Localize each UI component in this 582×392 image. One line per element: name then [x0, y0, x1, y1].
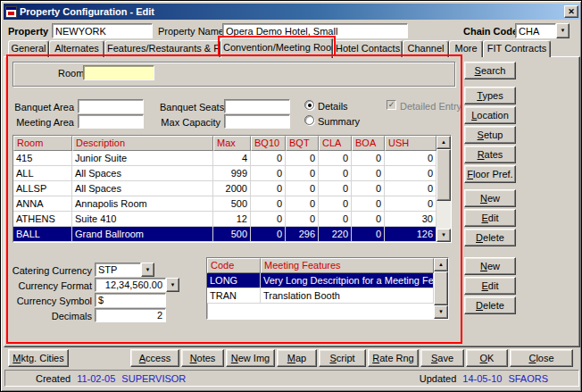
created-label: Created	[36, 373, 71, 384]
chevron-down-icon: ▼	[561, 28, 566, 33]
updated-by: SFAORS	[508, 373, 548, 384]
window-title: Property Configuration - Edit	[20, 6, 561, 17]
property-name-label: Property Name	[158, 26, 224, 38]
created-info: Created 11-02-05 SUPERVISOR	[36, 373, 186, 384]
tab-more[interactable]: More	[449, 40, 483, 57]
status-bar: Created 11-02-05 SUPERVISOR Updated 14-0…	[4, 370, 579, 387]
updated-label: Updated	[420, 373, 457, 384]
script-button[interactable]: Script	[319, 349, 366, 367]
tab-convention-meeting-rooms[interactable]: Convention/Meeting Rooms	[220, 38, 333, 58]
tab-content-panel	[4, 56, 580, 347]
save-button[interactable]: Save	[420, 349, 464, 367]
new-img-button[interactable]: New Img	[226, 349, 275, 367]
property-input[interactable]	[52, 23, 153, 38]
notes-button[interactable]: Notes	[181, 349, 224, 367]
created-date: 11-02-05	[77, 373, 115, 384]
chain-code-label: Chain Code	[463, 26, 518, 38]
tab-alternates[interactable]: Alternates	[49, 40, 104, 57]
mktg-cities-button[interactable]: Mktg. Cities	[8, 349, 69, 367]
tab-features-restaurants-pos[interactable]: Features/Restaurants & POS	[104, 40, 220, 57]
chain-code-dropdown-button[interactable]: ▼	[556, 23, 570, 38]
created-by: SUPERVISOR	[121, 373, 186, 384]
tab-hotel-contacts[interactable]: Hotel Contacts	[333, 40, 403, 57]
close-icon: ✕	[568, 7, 575, 16]
tab-fit-contracts[interactable]: FIT Contracts	[483, 40, 551, 57]
title-bar: Property Configuration - Edit ✕	[4, 4, 580, 20]
tab-channel[interactable]: Channel	[403, 40, 449, 57]
property-name-input[interactable]	[222, 23, 408, 38]
ok-button[interactable]: OK	[466, 349, 508, 367]
map-button[interactable]: Map	[277, 349, 317, 367]
rate-rng-button[interactable]: Rate Rng	[368, 349, 419, 367]
updated-date: 14-05-10	[462, 373, 502, 384]
close-button[interactable]: Close	[510, 349, 573, 367]
updated-info: Updated 14-05-10 SFAORS	[420, 373, 548, 384]
app-icon	[5, 6, 17, 18]
property-configuration-window: Property Configuration - Edit ✕ Property…	[0, 0, 582, 392]
property-label: Property	[8, 26, 48, 38]
tab-general[interactable]: General	[8, 40, 49, 57]
titlebar-close-button[interactable]: ✕	[564, 5, 578, 18]
access-button[interactable]: Access	[130, 349, 179, 367]
chain-code-input[interactable]	[515, 23, 556, 38]
